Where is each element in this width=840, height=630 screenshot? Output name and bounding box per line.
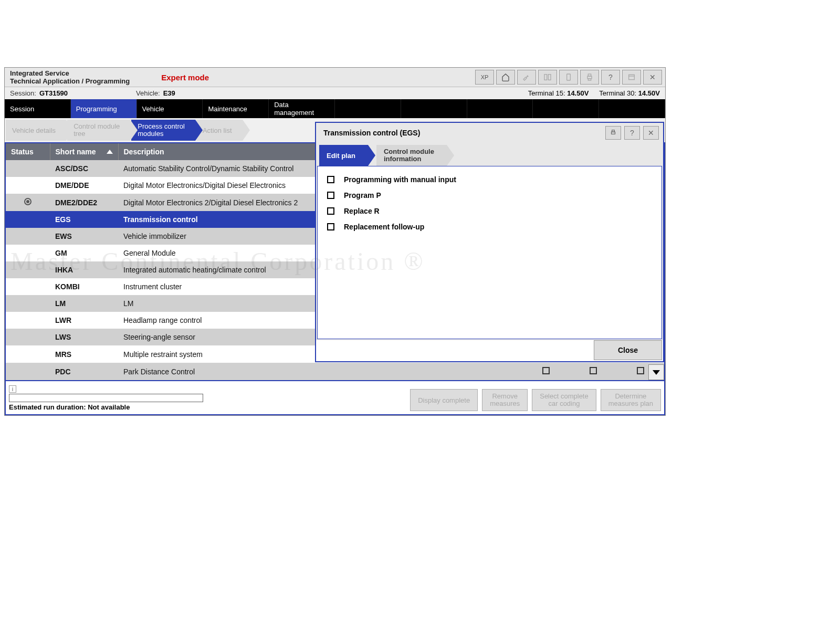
checkbox-icon[interactable] [637, 367, 644, 374]
close-icon[interactable]: ✕ [643, 70, 662, 85]
tab-session[interactable]: Session [5, 99, 71, 118]
checkbox-icon[interactable] [327, 192, 334, 199]
short-name: GM [50, 245, 118, 261]
vehicle-value: E39 [163, 89, 175, 97]
table-row[interactable]: PDCPark Distance Control [6, 363, 664, 380]
toolbar-icons: XP ? ✕ [475, 70, 665, 85]
btn-determine-plan[interactable]: Determinemeasures plan [601, 389, 661, 411]
edit-panel: Transmission control (EGS) ? ✕ Edit plan… [315, 122, 664, 362]
app-subtitle: Technical Application / Programming [10, 77, 130, 85]
app-title: Integrated Service [10, 69, 130, 77]
layout-icon[interactable] [538, 70, 557, 85]
checkbox-icon[interactable] [327, 223, 334, 230]
svg-rect-8 [612, 132, 615, 134]
option-label: Replacement follow-up [344, 223, 424, 231]
print-icon[interactable] [580, 70, 599, 85]
svg-rect-3 [587, 76, 592, 79]
panel-help-icon[interactable]: ? [624, 126, 640, 140]
option-row[interactable]: Programming with manual input [325, 172, 654, 187]
help-icon[interactable]: ? [601, 70, 620, 85]
vehicle-label: Vehicle: [131, 89, 163, 97]
estimated-duration: Estimated run duration: Not available [9, 403, 406, 411]
short-name: MRS [50, 345, 118, 363]
col-short-name[interactable]: Short name [50, 143, 118, 160]
checkbox-icon[interactable] [542, 367, 550, 374]
short-name: LWS [50, 329, 118, 345]
tab-blank [599, 99, 665, 118]
short-name: LM [50, 295, 118, 312]
main-tab-bar: Session Programming Vehicle Maintenance … [5, 99, 665, 118]
option-label: Program P [344, 191, 381, 200]
tab-vehicle[interactable]: Vehicle [137, 99, 203, 118]
info-icon[interactable]: i [9, 385, 16, 393]
short-name: PDC [50, 363, 118, 380]
footer-bar: i Estimated run duration: Not available … [5, 381, 665, 415]
option-row[interactable]: Replace R [325, 203, 654, 219]
option-row[interactable]: Program P [325, 187, 654, 203]
session-value: GT31590 [39, 89, 68, 97]
session-bar: Session: GT31590 Vehicle: E39 Terminal 1… [5, 87, 665, 99]
short-name: LWR [50, 312, 118, 329]
app-title-block: Integrated Service Technical Application… [5, 68, 135, 86]
wrench-icon[interactable] [517, 70, 536, 85]
tab-blank [533, 99, 599, 118]
description: Park Distance Control [118, 363, 522, 380]
tab-blank [467, 99, 533, 118]
scroll-down-button[interactable] [648, 364, 664, 380]
panel-close-icon[interactable]: ✕ [643, 126, 659, 140]
svg-rect-9 [612, 130, 615, 132]
checkbox-icon[interactable] [590, 367, 597, 374]
option-label: Programming with manual input [344, 175, 456, 184]
panel-tab-edit-plan[interactable]: Edit plan [319, 145, 368, 166]
svg-rect-6 [629, 75, 635, 79]
title-bar: Integrated Service Technical Application… [5, 68, 665, 87]
term30-value: 14.50V [638, 89, 660, 97]
short-name: DME2/DDE2 [50, 194, 118, 211]
term15-value: 14.50V [567, 89, 589, 97]
btn-display-complete[interactable]: Display complete [410, 389, 478, 411]
svg-rect-1 [548, 75, 551, 80]
short-name: KOMBI [50, 278, 118, 295]
panel-body: Programming with manual input Program P … [317, 166, 662, 339]
option-row[interactable]: Replacement follow-up [325, 219, 654, 235]
expert-mode-label: Expert mode [161, 73, 209, 82]
panel-print-icon[interactable] [605, 126, 621, 140]
panel-title: Transmission control (EGS) [320, 129, 602, 137]
checkbox-icon[interactable] [327, 176, 334, 183]
home-icon[interactable] [496, 70, 515, 85]
short-name: DME/DDE [50, 177, 118, 194]
term30-label: Terminal 30: [599, 89, 636, 97]
subtab-process-modules[interactable]: Process controlmodules [131, 120, 195, 141]
sort-asc-icon [107, 150, 113, 154]
tab-data-management[interactable]: Data management [269, 99, 335, 118]
session-label: Session: [5, 89, 39, 97]
btn-select-car-coding[interactable]: Select completecar coding [532, 389, 596, 411]
option-label: Replace R [344, 207, 380, 215]
col-status[interactable]: Status [6, 143, 50, 160]
svg-rect-0 [544, 75, 547, 80]
subtab-vehicle-details[interactable]: Vehicle details [6, 120, 66, 141]
radio-icon[interactable] [24, 198, 32, 205]
short-name: EGS [50, 211, 118, 228]
svg-rect-2 [567, 74, 571, 80]
tab-maintenance[interactable]: Maintenance [203, 99, 269, 118]
panel-tab-bar: Edit plan Control moduleinformation [316, 143, 663, 166]
tab-programming[interactable]: Programming [71, 99, 137, 118]
short-name: EWS [50, 228, 118, 245]
short-name: IHKA [50, 261, 118, 278]
window-icon[interactable] [622, 70, 641, 85]
close-button[interactable]: Close [594, 340, 662, 360]
subtab-module-tree[interactable]: Control moduletree [67, 120, 130, 141]
panel-header: Transmission control (EGS) ? ✕ [316, 123, 663, 143]
subtab-action-list[interactable]: Action list [196, 120, 243, 141]
tab-blank [401, 99, 467, 118]
panel-tab-module-info[interactable]: Control moduleinformation [376, 145, 447, 166]
short-name: ASC/DSC [50, 160, 118, 177]
svg-rect-4 [588, 74, 591, 76]
checkbox-icon[interactable] [327, 207, 334, 215]
term15-label: Terminal 15: [528, 89, 565, 97]
btn-remove-measures[interactable]: Removemeasures [482, 389, 528, 411]
tab-blank [335, 99, 401, 118]
device-icon[interactable] [559, 70, 578, 85]
xp-button[interactable]: XP [475, 70, 494, 85]
